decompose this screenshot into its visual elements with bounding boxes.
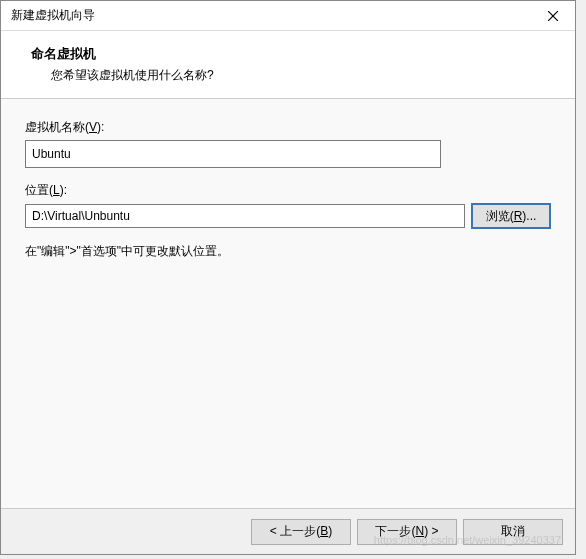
content-area: 虚拟机名称(V): 位置(L): 浏览(R)... 在"编辑">"首选项"中可更…	[1, 99, 575, 519]
dialog-title: 新建虚拟机向导	[11, 7, 95, 24]
browse-button[interactable]: 浏览(R)...	[471, 203, 551, 229]
wizard-dialog: 新建虚拟机向导 命名虚拟机 您希望该虚拟机使用什么名称? 虚拟机名称(V): 位…	[0, 0, 576, 555]
next-button[interactable]: 下一步(N) >	[357, 519, 457, 545]
wizard-footer: < 上一步(B) 下一步(N) > 取消	[1, 508, 575, 554]
back-button[interactable]: < 上一步(B)	[251, 519, 351, 545]
hint-text: 在"编辑">"首选项"中可更改默认位置。	[25, 243, 551, 260]
cancel-button[interactable]: 取消	[463, 519, 563, 545]
location-row: 浏览(R)...	[25, 203, 551, 229]
close-icon	[548, 11, 558, 21]
vm-name-group: 虚拟机名称(V):	[25, 119, 551, 168]
location-label: 位置(L):	[25, 182, 551, 199]
vm-name-label: 虚拟机名称(V):	[25, 119, 551, 136]
page-title: 命名虚拟机	[31, 45, 551, 63]
location-input[interactable]	[25, 204, 465, 228]
location-group: 位置(L): 浏览(R)...	[25, 182, 551, 229]
close-button[interactable]	[531, 1, 575, 31]
wizard-header: 命名虚拟机 您希望该虚拟机使用什么名称?	[1, 31, 575, 99]
page-subtitle: 您希望该虚拟机使用什么名称?	[51, 67, 551, 84]
vm-name-input[interactable]	[25, 140, 441, 168]
titlebar: 新建虚拟机向导	[1, 1, 575, 31]
